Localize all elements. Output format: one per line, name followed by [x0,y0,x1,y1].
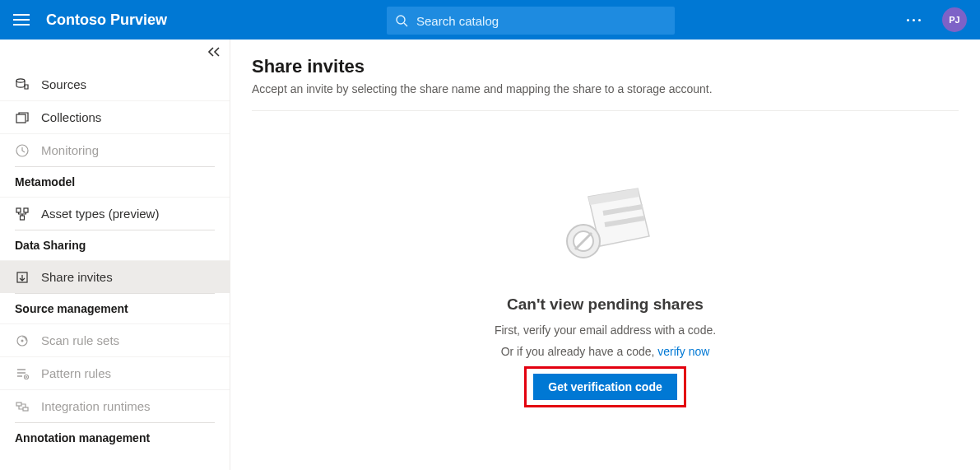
svg-rect-12 [16,403,21,406]
sidebar-item-share-invites[interactable]: Share invites [0,260,230,293]
more-icon[interactable] [902,14,926,26]
sources-icon [15,77,30,91]
svg-point-0 [397,16,405,24]
empty-state-title: Can't view pending shares [507,295,704,314]
svg-rect-7 [21,216,25,220]
app-title: Contoso Purview [46,12,167,29]
sidebar-item-collections[interactable]: Collections [0,100,230,133]
scan-rule-sets-icon [15,333,30,348]
page-subtitle: Accept an invite by selecting the share … [252,82,959,111]
svg-point-2 [16,79,25,82]
integration-runtimes-icon [15,399,30,414]
sidebar-heading-data-sharing: Data Sharing [0,230,230,260]
empty-state: Can't view pending shares First, verify … [252,185,959,407]
sidebar-item-asset-types[interactable]: Asset types (preview) [0,197,230,230]
avatar[interactable]: PJ [942,7,967,32]
search-placeholder: Search catalog [416,14,499,28]
verify-now-link[interactable]: verify now [657,345,709,358]
sidebar-item-label: Monitoring [41,143,99,157]
asset-types-icon [15,207,30,221]
get-verification-code-button[interactable]: Get verification code [533,374,676,400]
top-header: Contoso Purview Search catalog PJ [0,0,980,40]
top-right-controls: PJ [902,0,967,40]
search-input[interactable]: Search catalog [387,7,675,35]
page-title: Share invites [252,56,959,77]
share-invites-icon [15,270,30,285]
sidebar-item-label: Share invites [41,270,113,284]
sidebar: Sources Collections Monitoring Metamodel… [0,40,230,470]
empty-illustration-icon [552,185,659,279]
sidebar-item-pattern-rules[interactable]: Pattern rules [0,356,230,389]
sidebar-heading-source-mgmt: Source management [0,294,230,323]
sidebar-item-label: Asset types (preview) [41,207,159,221]
empty-state-line1: First, verify your email address with a … [495,323,716,337]
svg-line-1 [404,23,407,26]
sidebar-item-label: Sources [41,77,86,91]
sidebar-heading-metamodel: Metamodel [0,167,230,197]
svg-rect-13 [23,407,28,411]
hamburger-icon[interactable] [13,14,30,26]
sidebar-item-sources[interactable]: Sources [0,67,230,100]
sidebar-item-label: Pattern rules [41,366,111,380]
empty-state-line2-text: Or if you already have a code, [501,345,658,358]
svg-point-10 [21,339,24,342]
sidebar-item-integration-runtimes[interactable]: Integration runtimes [0,389,230,422]
sidebar-item-scan-rule-sets[interactable]: Scan rule sets [0,323,230,356]
sidebar-heading-annotation: Annotation management [0,423,230,453]
sidebar-item-label: Integration runtimes [41,399,151,413]
svg-rect-3 [16,114,26,123]
sidebar-item-label: Scan rule sets [41,333,119,347]
svg-rect-6 [24,208,28,212]
main-content: Share invites Accept an invite by select… [230,40,980,470]
collapse-sidebar-icon[interactable] [207,46,221,61]
monitoring-icon [15,143,30,158]
highlight-box: Get verification code [524,366,685,407]
svg-rect-5 [16,208,21,212]
collections-icon [15,110,30,125]
sidebar-item-label: Collections [41,110,101,124]
empty-state-line2: Or if you already have a code, verify no… [501,345,710,358]
pattern-rules-icon [15,366,30,381]
sidebar-item-monitoring[interactable]: Monitoring [0,133,230,166]
search-icon [395,14,408,27]
